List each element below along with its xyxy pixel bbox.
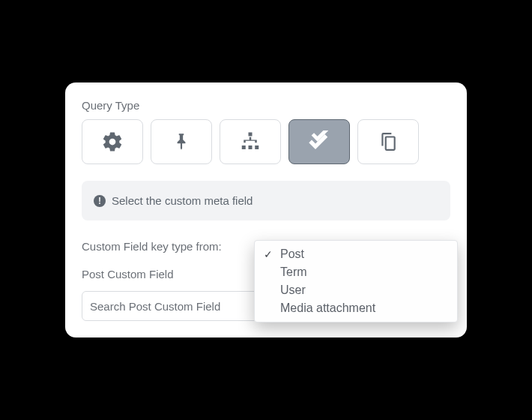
query-type-custom-field[interactable] (288, 119, 350, 164)
query-type-settings[interactable] (82, 119, 143, 164)
copy-icon (378, 130, 398, 153)
query-type-copy[interactable] (357, 119, 419, 164)
dropdown-option-label: User (280, 284, 306, 297)
key-type-label: Custom Field key type from: (82, 240, 222, 253)
query-type-row (82, 119, 450, 164)
search-placeholder-text: Search Post Custom Field (90, 300, 220, 313)
dropdown-option-user[interactable]: User (255, 281, 457, 299)
check-icon: ✓ (262, 248, 274, 260)
key-type-dropdown: ✓ Post Term User Media attachment (254, 240, 458, 322)
sitemap-icon (238, 130, 262, 153)
section-label: Query Type (82, 99, 450, 112)
dropdown-option-label: Media attachment (280, 302, 375, 315)
gears-icon (100, 130, 125, 153)
query-type-hierarchy[interactable] (220, 119, 281, 164)
info-bar: ! Select the custom meta field (82, 181, 450, 220)
dropdown-option-label: Term (280, 266, 307, 279)
info-icon: ! (94, 195, 106, 207)
dropdown-option-term[interactable]: Term (255, 263, 457, 281)
query-panel: Query Type ! Select the custom meta fiel… (65, 82, 467, 338)
info-text: Select the custom meta field (112, 194, 253, 207)
double-check-icon (306, 130, 332, 153)
query-type-pinned[interactable] (151, 119, 212, 164)
dropdown-option-post[interactable]: ✓ Post (255, 245, 457, 263)
dropdown-option-media[interactable]: Media attachment (255, 299, 457, 317)
pin-icon (172, 130, 191, 153)
dropdown-option-label: Post (280, 248, 304, 261)
